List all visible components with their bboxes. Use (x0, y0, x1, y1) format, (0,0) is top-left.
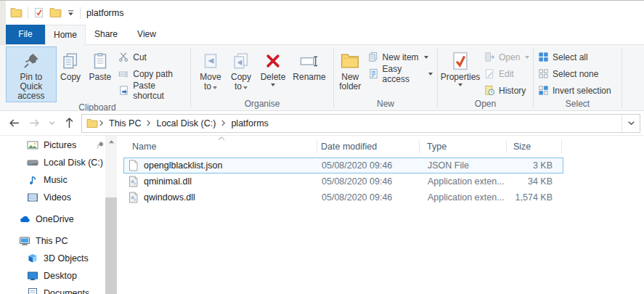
edit-button[interactable]: Edit (481, 65, 532, 82)
address-input[interactable]: This PC Local Disk (C:) platforms (81, 114, 640, 133)
desktop-icon (27, 270, 38, 282)
qat-new-folder-button[interactable] (49, 7, 62, 18)
easy-access-icon (368, 68, 379, 79)
tab-share[interactable]: Share (86, 25, 126, 44)
file-size: 1,574 KB (508, 192, 560, 203)
select-all-button[interactable]: Select all (535, 49, 614, 65)
delete-x-icon (265, 49, 281, 73)
qat-customize-dropdown[interactable] (67, 9, 75, 17)
dropdown-caret-icon (428, 73, 433, 75)
select-none-button[interactable]: Select none (535, 65, 614, 82)
file-type: Application exten... (420, 192, 508, 203)
breadcrumb-local-disk-c[interactable]: Local Disk (C:) (152, 118, 220, 128)
copy-path-icon (118, 68, 129, 79)
rename-button[interactable]: Rename (290, 46, 329, 83)
cut-button[interactable]: Cut (115, 49, 189, 65)
column-header-date-modified[interactable]: Date modified (317, 140, 420, 153)
ribbon-group-clipboard: Pin to Quick access Copy Paste (6, 45, 189, 110)
invert-selection-icon (538, 85, 549, 96)
column-header-size[interactable]: Size (507, 140, 562, 153)
column-header-type[interactable]: Type (420, 140, 507, 153)
sidebar-item-music[interactable]: Music (0, 171, 105, 189)
properties-check-icon (451, 49, 470, 73)
file-row-openglblacklist[interactable]: openglblacklist.json 05/08/2020 09:46 JS… (123, 158, 563, 173)
paste-button[interactable]: Paste (85, 46, 116, 83)
sidebar-item-documents[interactable]: Documents (0, 285, 105, 294)
ribbon-separator (533, 48, 534, 107)
easy-access-button[interactable]: Easy access (365, 65, 436, 82)
sidebar-item-videos[interactable]: Videos (0, 189, 105, 206)
address-dropdown-button[interactable] (621, 115, 640, 132)
tab-file[interactable]: File (6, 25, 45, 44)
quick-access-toolbar (10, 7, 81, 19)
copy-button[interactable]: Copy (57, 46, 85, 83)
sidebar-item-pictures[interactable]: Pictures (0, 136, 105, 154)
breadcrumb-chevron-icon[interactable] (98, 119, 105, 127)
sidebar-item-desktop[interactable]: Desktop (0, 267, 105, 285)
qat-properties-button[interactable] (33, 7, 44, 18)
breadcrumb-chevron-icon[interactable] (220, 119, 227, 127)
file-size: 34 KB (508, 176, 560, 187)
sidebar-scrollbar[interactable] (105, 136, 117, 294)
background-window-sliver (0, 1, 6, 44)
sidebar-item-3d-objects[interactable]: 3D Objects (0, 250, 105, 267)
copy-icon (62, 49, 79, 73)
paste-shortcut-icon (118, 85, 129, 96)
breadcrumb-this-pc[interactable]: This PC (105, 118, 145, 128)
new-item-icon (368, 52, 379, 62)
dropdown-caret-icon (243, 86, 248, 89)
open-button[interactable]: Open (481, 49, 532, 65)
select-all-icon (538, 52, 549, 62)
rename-icon (300, 49, 319, 73)
back-button[interactable] (4, 114, 23, 133)
breadcrumb-platforms[interactable]: platforms (227, 118, 272, 128)
scrollbar-up-arrow[interactable] (105, 136, 117, 147)
properties-button[interactable]: Properties (439, 46, 481, 88)
group-label-organise: Organise (192, 99, 332, 110)
file-list-pane: Name Date modified Type Size openglblack… (117, 136, 644, 294)
column-headers: Name Date modified Type Size (123, 136, 644, 158)
paste-shortcut-button[interactable]: Paste shortcut (115, 82, 189, 99)
tab-home[interactable]: Home (45, 25, 86, 45)
file-date: 05/08/2020 09:46 (318, 192, 420, 203)
ribbon-group-select: Select all Select none Invert selection (535, 45, 620, 110)
ribbon: Pin to Quick access Copy Paste (0, 44, 644, 111)
delete-button[interactable]: Delete (256, 46, 290, 88)
music-icon (27, 174, 38, 186)
sidebar-item-local-disk-c[interactable]: Local Disk (C:) (0, 154, 105, 171)
file-type: JSON File (420, 160, 508, 171)
file-size: 3 KB (508, 160, 560, 171)
qat-separator (80, 7, 81, 19)
column-header-name[interactable]: Name (123, 140, 317, 153)
history-button[interactable]: History (481, 82, 532, 99)
scrollbar-thumb[interactable] (105, 197, 117, 294)
breadcrumb-chevron-icon[interactable] (145, 119, 152, 127)
edit-pencil-icon (484, 68, 495, 79)
sidebar-item-this-pc[interactable]: This PC (0, 232, 105, 250)
pin-to-quick-access-button[interactable]: Pin to Quick access (6, 46, 57, 102)
paste-icon (91, 49, 109, 73)
3d-objects-icon (27, 253, 38, 264)
file-explorer-window: platforms File Home Share View Pin to Qu… (0, 0, 644, 294)
invert-selection-button[interactable]: Invert selection (535, 82, 614, 99)
file-row-qwindows[interactable]: qwindows.dll 05/08/2020 09:46 Applicatio… (123, 189, 563, 205)
move-to-button[interactable]: Move to (195, 46, 226, 93)
dropdown-caret-icon (525, 56, 529, 59)
copy-to-button[interactable]: Copy to (226, 46, 256, 93)
pushpin-icon (23, 49, 40, 73)
move-to-icon (202, 49, 219, 73)
title-bar: platforms (0, 1, 644, 25)
tab-view[interactable]: View (126, 25, 167, 44)
recent-locations-dropdown[interactable] (45, 114, 58, 133)
file-row-qminimal[interactable]: qminimal.dll 05/08/2020 09:46 Applicatio… (123, 173, 563, 189)
up-button[interactable] (60, 114, 78, 133)
new-folder-icon (341, 49, 359, 73)
sidebar-item-onedrive[interactable]: OneDrive (0, 211, 105, 228)
explorer-folder-icon (10, 7, 23, 18)
pinned-pin-icon[interactable] (96, 141, 105, 150)
drive-icon (27, 157, 38, 168)
pictures-icon (27, 139, 38, 151)
ribbon-separator (621, 48, 622, 107)
new-folder-button[interactable]: New folder (335, 46, 365, 93)
forward-button[interactable] (25, 114, 44, 133)
